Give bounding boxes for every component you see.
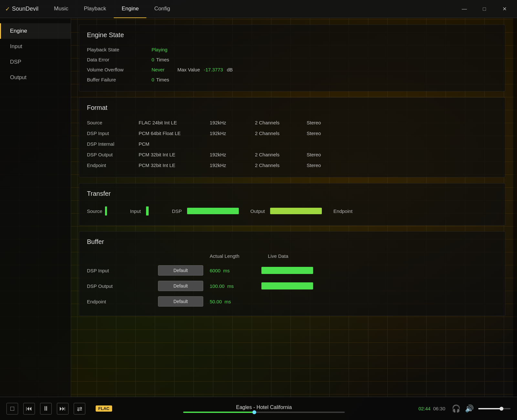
volume-fill — [478, 408, 501, 409]
time-display: 02:44 06:30 — [418, 406, 445, 411]
nav-item-config[interactable]: Config — [146, 0, 178, 18]
engine-state-title: Engine State — [87, 31, 497, 39]
engine-state-section: Engine State Playback State Playing Data… — [79, 25, 505, 91]
transfer-dsp-indicator — [187, 208, 239, 214]
pause-button[interactable]: ⏸ — [40, 403, 52, 415]
transfer-input-label: Input — [130, 208, 141, 214]
buffer-endpoint-button[interactable]: Default — [158, 296, 203, 307]
shuffle-icon: ⇄ — [77, 405, 82, 413]
format-dsp-input-label: DSP Input — [87, 131, 139, 136]
transfer-output-label: Output — [250, 208, 265, 214]
buffer-failure-label: Buffer Failure — [87, 77, 152, 82]
format-row-endpoint: Endpoint PCM 32bit Int LE 192kHz 2 Chann… — [87, 160, 497, 171]
sidebar-item-input[interactable]: Input — [0, 39, 71, 54]
buffer-failure-value: 0 — [152, 77, 154, 82]
minimize-button[interactable]: — — [457, 4, 472, 14]
format-dsp-input-rate: 192kHz — [210, 131, 255, 136]
sidebar-item-engine[interactable]: Engine — [0, 23, 71, 39]
transfer-output-indicator — [270, 208, 322, 214]
format-dsp-input-mode: Stereo — [307, 131, 345, 136]
data-error-unit: Times — [156, 57, 169, 62]
transfer-section: Transfer Source Input DSP — [79, 183, 505, 226]
volume-icon[interactable]: 🔊 — [465, 404, 474, 413]
app-logo: ✓ SounDevil — [5, 5, 38, 13]
buffer-row-dsp-output: DSP Output Default 100.00 ms — [87, 278, 497, 294]
max-value-group: Max Value -17.3773 dB — [177, 67, 233, 72]
format-row-dsp-output: DSP Output PCM 32bit Int LE 192kHz 2 Cha… — [87, 149, 497, 160]
buffer-dsp-output-label: DSP Output — [87, 283, 158, 289]
format-dsp-input-channels: 2 Channels — [255, 131, 307, 136]
playback-right-controls: 🎧 🔊 — [452, 404, 511, 413]
format-title: Format — [87, 104, 497, 111]
transfer-source-bar — [105, 206, 107, 215]
format-endpoint-mode: Stereo — [307, 163, 345, 168]
transfer-source-indicator — [105, 206, 107, 215]
buffer-endpoint-actual: 50.00 ms — [210, 299, 261, 304]
format-dsp-output-rate: 192kHz — [210, 152, 255, 157]
transfer-source: Source — [87, 206, 107, 215]
format-dsp-output-channels: 2 Channels — [255, 152, 307, 157]
volume-slider[interactable] — [478, 408, 511, 409]
app-title: SounDevil — [12, 5, 38, 12]
buffer-failure-unit: Times — [156, 77, 169, 82]
pause-icon: ⏸ — [43, 405, 49, 412]
buffer-dsp-input-label: DSP Input — [87, 268, 158, 273]
buffer-dsp-output-button[interactable]: Default — [158, 281, 203, 291]
app-layout: Engine Input DSP Output Engine State Pla… — [0, 18, 517, 397]
progress-bar-wrap[interactable] — [183, 412, 345, 413]
format-dsp-internal-label: DSP Internal — [87, 141, 139, 147]
buffer-live-header: Live Data — [268, 253, 332, 259]
transfer-input-indicator — [146, 206, 149, 215]
transfer-input: Input — [130, 206, 149, 215]
titlebar: ✓ SounDevil Music Playback Engine Config… — [0, 0, 517, 18]
max-value-label: Max Value — [177, 67, 200, 72]
volume-thumb[interactable] — [500, 407, 503, 411]
nav-item-music[interactable]: Music — [46, 0, 76, 18]
format-row-dsp-internal: DSP Internal PCM — [87, 139, 497, 149]
buffer-dsp-input-live — [261, 267, 313, 274]
nav-item-engine[interactable]: Engine — [114, 0, 146, 18]
volume-overflow-value: Never — [152, 67, 164, 72]
headphones-icon[interactable]: 🎧 — [452, 404, 460, 413]
format-endpoint-channels: 2 Channels — [255, 163, 307, 168]
buffer-failure-row: Buffer Failure 0 Times — [87, 75, 497, 85]
buffer-dsp-input-button[interactable]: Default — [158, 265, 203, 276]
format-row-source: Source FLAC 24bit Int LE 192kHz 2 Channe… — [87, 117, 497, 128]
format-source-label: Source — [87, 120, 139, 125]
buffer-header: Actual Length Live Data — [87, 251, 497, 263]
buffer-endpoint-label: Endpoint — [87, 299, 158, 304]
format-dsp-output-mode: Stereo — [307, 152, 345, 157]
sidebar-item-dsp[interactable]: DSP — [0, 54, 71, 70]
format-endpoint-label: Endpoint — [87, 163, 139, 168]
main-nav: Music Playback Engine Config — [46, 0, 457, 18]
format-source-format: FLAC 24bit Int LE — [139, 120, 210, 125]
scrollbar-track[interactable] — [513, 18, 517, 397]
format-endpoint-format: PCM 32bit Int LE — [139, 163, 210, 168]
transfer-output-bar — [270, 208, 322, 214]
transfer-dsp: DSP — [172, 208, 239, 214]
prev-button[interactable]: ⏮ — [23, 403, 35, 415]
stop-button[interactable]: □ — [6, 403, 18, 415]
data-error-value: 0 — [152, 57, 154, 62]
nav-item-playback[interactable]: Playback — [76, 0, 114, 18]
progress-background — [183, 412, 345, 413]
data-error-label: Data Error — [87, 57, 152, 62]
buffer-title: Buffer — [87, 238, 497, 246]
track-info: Eagles - Hotel California — [116, 404, 412, 413]
close-button[interactable]: ✕ — [497, 4, 512, 14]
format-badge: FLAC — [96, 405, 112, 412]
volume-overflow-row: Volume Overflow Never Max Value -17.3773… — [87, 65, 497, 75]
stop-icon: □ — [10, 405, 14, 412]
next-button[interactable]: ⏭ — [57, 403, 69, 415]
next-icon: ⏭ — [59, 405, 66, 412]
progress-fill — [183, 412, 254, 413]
format-section: Format Source FLAC 24bit Int LE 192kHz 2… — [79, 97, 505, 177]
format-source-rate: 192kHz — [210, 120, 255, 125]
progress-thumb[interactable] — [252, 410, 256, 414]
playback-state-row: Playback State Playing — [87, 45, 497, 55]
buffer-row-endpoint: Endpoint Default 50.00 ms — [87, 294, 497, 309]
sidebar-item-output[interactable]: Output — [0, 70, 71, 85]
maximize-button[interactable]: □ — [477, 4, 492, 14]
shuffle-button[interactable]: ⇄ — [74, 403, 85, 415]
volume-overflow-label: Volume Overflow — [87, 67, 152, 72]
